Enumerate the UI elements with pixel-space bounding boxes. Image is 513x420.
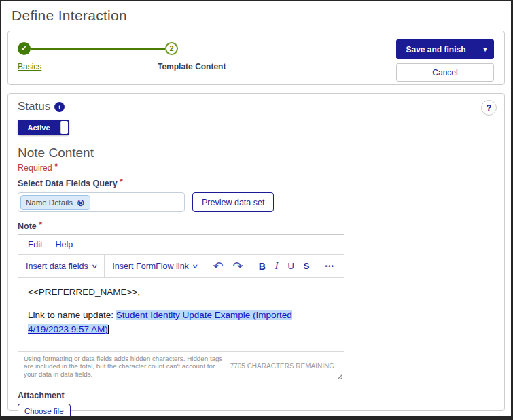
underline-button[interactable]: U bbox=[287, 261, 294, 271]
status-active-toggle[interactable]: Active bbox=[18, 120, 69, 135]
undo-button[interactable]: ↶ bbox=[213, 260, 223, 273]
page-background-strip bbox=[1, 416, 511, 420]
insert-formflow-link-button[interactable]: Insert FormFlow link ∨ bbox=[112, 262, 197, 271]
help-button[interactable]: ? bbox=[481, 100, 497, 116]
save-and-finish-label[interactable]: Save and finish bbox=[396, 39, 476, 59]
required-asterisk: * bbox=[39, 220, 42, 230]
link-prefix-text: Link to name update: bbox=[28, 310, 116, 320]
query-row: Name Details ⊗ Preview data set bbox=[18, 192, 495, 212]
menu-item-help[interactable]: Help bbox=[56, 240, 73, 249]
attachment-heading: Attachment bbox=[18, 391, 495, 400]
wizard-stepper: ✓ 2 Basics Template Content bbox=[18, 42, 303, 84]
editor-greeting-line: <<PREFERRED_NAME>>, bbox=[28, 285, 334, 300]
step-template-content-label: Template Content bbox=[158, 62, 226, 71]
chip-remove-icon[interactable]: ⊗ bbox=[77, 198, 85, 207]
characters-remaining: 7705 CHARACTERS REMAINING bbox=[230, 362, 334, 370]
query-chip[interactable]: Name Details ⊗ bbox=[20, 195, 90, 210]
rich-text-editor: Edit Help Insert data fields ∨ Insert Fo… bbox=[18, 234, 344, 381]
caret-down-icon: ▼ bbox=[482, 46, 489, 53]
chevron-down-icon: ∨ bbox=[91, 263, 98, 270]
template-content-card: ? Status i Active Note Content Required … bbox=[7, 93, 505, 411]
hidden-characters-note: Using formatting or data fields adds hid… bbox=[24, 355, 225, 378]
data-fields-query-label-text: Select Data Fields Query bbox=[18, 179, 118, 188]
editor-menubar: Edit Help bbox=[18, 235, 344, 255]
step-basics-link[interactable]: Basics bbox=[18, 62, 41, 71]
question-mark-icon: ? bbox=[487, 103, 492, 113]
check-icon: ✓ bbox=[20, 43, 27, 53]
required-text: Required bbox=[18, 163, 52, 173]
editor-link-line: Link to name update: Student Identity Up… bbox=[28, 309, 334, 337]
toolbar-group-format: B I U S bbox=[251, 255, 318, 277]
required-asterisk: * bbox=[120, 177, 123, 187]
data-fields-query-label: Select Data Fields Query * bbox=[18, 179, 495, 188]
insert-formflow-link-label: Insert FormFlow link bbox=[112, 262, 189, 271]
stepper-connector-line bbox=[31, 48, 165, 50]
strikethrough-button[interactable]: S bbox=[304, 261, 310, 271]
bold-button[interactable]: B bbox=[259, 261, 266, 272]
toolbar-group-insert-fields: Insert data fields ∨ bbox=[18, 255, 105, 277]
chevron-down-icon: ∨ bbox=[192, 263, 198, 270]
save-and-finish-button[interactable]: Save and finish ▼ bbox=[396, 39, 494, 59]
app-window: Define Interaction ✓ 2 Basics Template C… bbox=[0, 0, 513, 420]
note-label: Note * bbox=[18, 222, 495, 231]
required-label: Required * bbox=[18, 163, 495, 173]
toolbar-group-insert-link: Insert FormFlow link ∨ bbox=[105, 255, 205, 277]
editor-status-bar: Using formatting or data fields adds hid… bbox=[18, 351, 344, 381]
data-fields-query-input[interactable]: Name Details ⊗ bbox=[18, 192, 185, 212]
text-cursor bbox=[108, 325, 109, 334]
cancel-button[interactable]: Cancel bbox=[396, 63, 494, 82]
step1-complete-circle: ✓ bbox=[18, 42, 31, 55]
menu-item-edit[interactable]: Edit bbox=[28, 240, 43, 249]
info-icon[interactable]: i bbox=[54, 102, 65, 112]
undo-icon: ↶ bbox=[213, 260, 223, 273]
status-heading-row: Status i bbox=[18, 100, 495, 113]
toggle-label: Active bbox=[18, 120, 60, 135]
status-heading: Status bbox=[18, 100, 50, 113]
toggle-handle[interactable] bbox=[60, 121, 68, 134]
more-options-button[interactable]: ••• bbox=[325, 263, 334, 270]
preview-data-set-button[interactable]: Preview data set bbox=[192, 192, 274, 212]
insert-data-fields-label: Insert data fields bbox=[26, 262, 88, 271]
save-options-dropdown-toggle[interactable]: ▼ bbox=[476, 39, 494, 59]
step2-circle: 2 bbox=[165, 42, 178, 55]
choose-file-button[interactable]: Choose file bbox=[18, 404, 71, 419]
required-asterisk: * bbox=[54, 162, 58, 171]
page-title: Define Interaction bbox=[12, 7, 511, 24]
insert-data-fields-button[interactable]: Insert data fields ∨ bbox=[26, 262, 96, 271]
italic-button[interactable]: I bbox=[275, 261, 279, 272]
note-label-text: Note bbox=[18, 222, 37, 231]
wizard-header-card: ✓ 2 Basics Template Content Save and fin… bbox=[7, 31, 505, 85]
query-chip-label: Name Details bbox=[26, 198, 73, 207]
redo-button[interactable]: ↷ bbox=[233, 260, 243, 273]
editor-toolbar: Insert data fields ∨ Insert FormFlow lin… bbox=[18, 255, 344, 278]
editor-content-area[interactable]: <<PREFERRED_NAME>>, Link to name update:… bbox=[18, 278, 344, 351]
note-content-heading: Note Content bbox=[18, 145, 495, 160]
toolbar-group-history: ↶ ↷ bbox=[205, 255, 251, 277]
resize-handle-icon[interactable] bbox=[336, 373, 342, 379]
redo-icon: ↷ bbox=[233, 260, 243, 273]
toolbar-group-more: ••• bbox=[317, 255, 342, 277]
header-actions: Save and finish ▼ Cancel bbox=[396, 39, 494, 84]
